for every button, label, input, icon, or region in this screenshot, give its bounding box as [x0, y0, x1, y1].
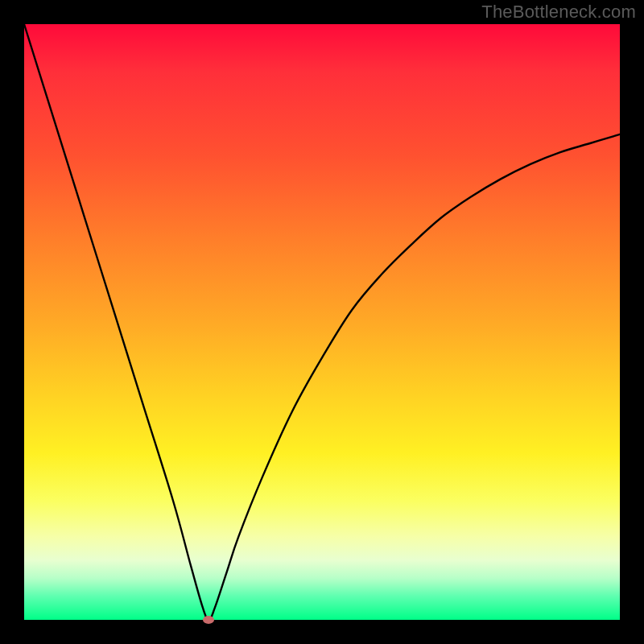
- minimum-marker: [203, 616, 214, 624]
- bottleneck-curve: [24, 24, 620, 620]
- chart-frame: TheBottleneck.com: [0, 0, 644, 644]
- curve-path: [24, 24, 620, 620]
- plot-area: [24, 24, 620, 620]
- watermark-text: TheBottleneck.com: [481, 2, 636, 23]
